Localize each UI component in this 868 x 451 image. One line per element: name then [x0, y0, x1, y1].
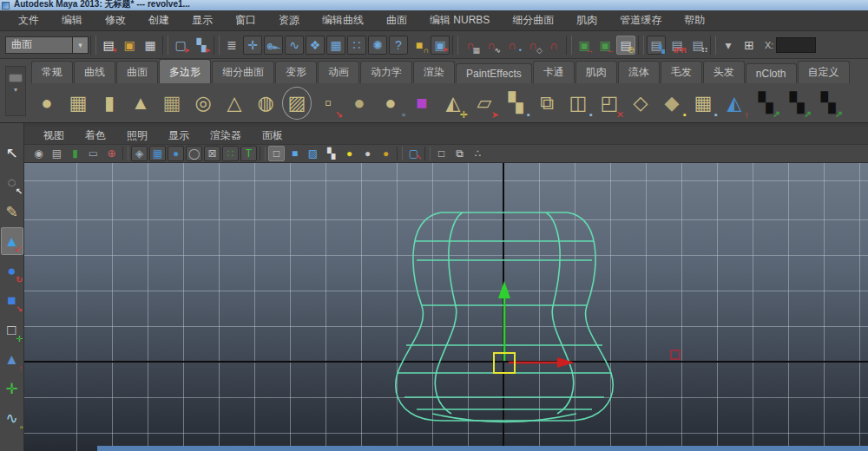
- menu-set-dropdown[interactable]: 曲面 ▾: [5, 36, 89, 54]
- mask-rendering-icon[interactable]: ✺: [368, 36, 387, 55]
- shelf-tab[interactable]: 肌肉: [575, 61, 617, 83]
- lock-icon[interactable]: ■∩: [410, 36, 429, 55]
- shelf-tab[interactable]: PaintEffects: [456, 63, 532, 83]
- smooth-icon[interactable]: ●: [345, 87, 374, 120]
- manipulator-y-arrowhead[interactable]: [498, 281, 510, 298]
- soft-modification-icon[interactable]: ▲↑: [1, 345, 23, 373]
- universal-manipulator-icon[interactable]: □✛: [1, 316, 23, 343]
- menu-item[interactable]: 曲面: [375, 10, 418, 30]
- combine-icon[interactable]: ▚▪: [501, 87, 530, 120]
- poly-plane-icon[interactable]: ▦: [157, 87, 187, 120]
- bevel-icon[interactable]: ◰✕: [595, 87, 624, 120]
- move-manipulator[interactable]: [494, 281, 575, 373]
- gate-mask-icon[interactable]: ◯: [186, 146, 202, 161]
- shelf-tab[interactable]: 毛发: [661, 61, 702, 83]
- poly-cone-icon[interactable]: ▲: [126, 87, 155, 120]
- menu-item[interactable]: 编辑 NURBS: [418, 10, 501, 30]
- nurbs-to-poly-icon[interactable]: ▫↘: [313, 87, 343, 120]
- lasso-tool-icon[interactable]: ◌↖: [1, 168, 23, 196]
- camera-attributes-icon[interactable]: ▤: [49, 146, 65, 161]
- shelf-tab[interactable]: 曲线: [74, 61, 115, 83]
- component-marker[interactable]: [671, 350, 680, 359]
- share-view-icon[interactable]: ∴: [470, 146, 486, 161]
- snap-to-grid-icon[interactable]: ∩▦: [461, 36, 480, 55]
- mask-surfaces-icon[interactable]: ❖: [306, 36, 325, 55]
- shelf-tab[interactable]: 变形: [275, 61, 317, 83]
- multi-pane-icon[interactable]: ⧉: [451, 146, 468, 161]
- shelf-tab[interactable]: nCloth: [746, 63, 797, 83]
- shelf-tab[interactable]: 动力学: [360, 61, 412, 83]
- shelf-tab[interactable]: 流体: [618, 61, 660, 83]
- snap-to-point-icon[interactable]: ∩•: [503, 36, 522, 55]
- dof-icon[interactable]: □: [433, 146, 450, 161]
- poly-cube-icon[interactable]: ▦: [63, 87, 93, 120]
- scale-tool-icon[interactable]: ■↘: [1, 286, 23, 314]
- title-text-icon[interactable]: T: [240, 146, 257, 161]
- shelf-tab[interactable]: 多边形: [159, 59, 211, 83]
- snap-to-plane-icon[interactable]: ∩◇: [523, 36, 542, 55]
- smooth-preview-icon[interactable]: ●▫: [376, 87, 405, 120]
- flat-light-icon[interactable]: ●: [359, 146, 376, 161]
- move-tool-icon[interactable]: ▲↙: [1, 227, 23, 255]
- wireframe-mode-icon[interactable]: □: [268, 146, 285, 161]
- grid-display-icon[interactable]: ◈: [131, 146, 148, 161]
- film-gate-icon[interactable]: ▦: [149, 146, 166, 161]
- paint-selection-tool-icon[interactable]: ✎: [1, 198, 23, 226]
- textured-mode-icon[interactable]: ▨: [305, 146, 321, 161]
- paint-poly-tool-icon[interactable]: ■: [407, 87, 437, 120]
- poly-pipe-icon[interactable]: ◍: [251, 87, 280, 120]
- manipulator-x-arrowhead[interactable]: [557, 357, 575, 368]
- mask-dynamics-icon[interactable]: ∷: [347, 36, 366, 55]
- camera-select-icon[interactable]: ◉: [30, 146, 47, 161]
- extract-icon[interactable]: ◫▪: [563, 87, 593, 120]
- menu-item[interactable]: 修改: [94, 10, 137, 30]
- shadows-icon[interactable]: ●: [378, 146, 394, 161]
- menu-item[interactable]: 显示: [181, 10, 224, 30]
- use-all-lights-icon[interactable]: ▚: [323, 146, 339, 161]
- select-by-hierarchy-icon[interactable]: ▢➤: [171, 36, 190, 55]
- last-tool-cv-curve-icon[interactable]: ∿▫: [1, 404, 23, 432]
- shelf-tab[interactable]: 卡通: [533, 61, 575, 83]
- menu-item[interactable]: 编辑曲线: [311, 10, 375, 30]
- uv-checker-2-icon[interactable]: ▚↗: [782, 87, 812, 120]
- poly-pyramid-icon[interactable]: △: [220, 87, 249, 120]
- shelf-tab[interactable]: 细分曲面: [212, 61, 274, 83]
- menu-item[interactable]: 肌肉: [565, 10, 608, 30]
- bookmark-icon[interactable]: ▮: [67, 146, 83, 161]
- render-settings-icon[interactable]: ▤∷: [688, 36, 707, 55]
- panel-menu-item[interactable]: 着色: [75, 127, 116, 145]
- shelf-tab[interactable]: 自定义: [798, 61, 850, 83]
- mask-points-icon[interactable]: ✛: [243, 36, 262, 55]
- merge-icon[interactable]: ◇: [626, 87, 655, 120]
- menu-item[interactable]: 窗口: [224, 10, 267, 30]
- isolate-select-icon[interactable]: ▢↖: [405, 146, 422, 161]
- expand-popup-icon[interactable]: ≣: [222, 36, 241, 55]
- snap-to-curve-icon[interactable]: ∩∿: [482, 36, 501, 55]
- mask-misc-icon[interactable]: ?: [389, 36, 408, 55]
- shelf-tab[interactable]: 常规: [31, 61, 73, 83]
- new-scene-icon[interactable]: ▤✶: [99, 36, 118, 55]
- select-by-object-icon[interactable]: ▚➤: [192, 36, 211, 55]
- make-live-icon[interactable]: ∩: [544, 36, 563, 55]
- mask-deformations-icon[interactable]: ▦: [326, 36, 345, 55]
- append-face-icon[interactable]: ◆▪: [657, 87, 687, 120]
- resolution-gate-icon[interactable]: ●: [168, 146, 184, 161]
- coordinate-input[interactable]: [776, 37, 816, 53]
- shelf-tab[interactable]: 动画: [318, 61, 359, 83]
- planar-mapping-icon[interactable]: ▦▪: [688, 87, 718, 120]
- menu-item[interactable]: 文件: [7, 10, 50, 30]
- shelf-tab[interactable]: 头发: [703, 61, 745, 83]
- panel-menu-item[interactable]: 面板: [252, 127, 293, 145]
- rotate-tool-icon[interactable]: ●↻: [1, 257, 23, 284]
- open-scene-icon[interactable]: ▣: [120, 36, 139, 55]
- safe-action-icon[interactable]: ⊠: [204, 146, 220, 161]
- poly-helix-icon[interactable]: ▨: [282, 87, 312, 120]
- center-pivot-icon[interactable]: ⊞: [740, 36, 759, 55]
- viewport-canvas[interactable]: [24, 163, 868, 451]
- menu-item[interactable]: 帮助: [673, 10, 716, 30]
- panel-menu-item[interactable]: 显示: [158, 127, 200, 145]
- shelf-tab[interactable]: 曲面: [116, 61, 158, 83]
- uv-checker-1-icon[interactable]: ▚↗: [751, 87, 780, 120]
- menu-item[interactable]: 细分曲面: [501, 10, 565, 30]
- poly-sphere-icon[interactable]: ●: [32, 87, 62, 120]
